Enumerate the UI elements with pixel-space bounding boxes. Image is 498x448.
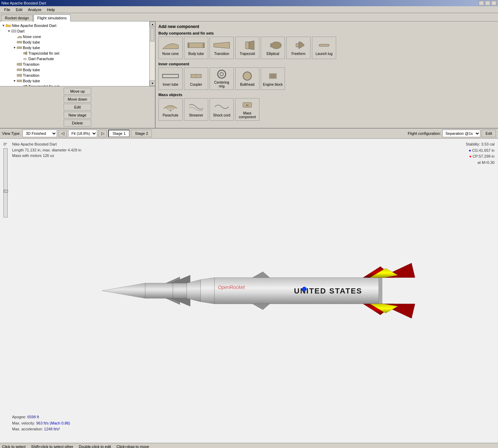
rocket-name: Nike Apache Boosted Dart (12, 141, 81, 147)
svg-rect-26 (296, 44, 299, 47)
move-up-button[interactable]: Move up (64, 88, 91, 95)
edit-button[interactable]: Edit (64, 104, 91, 111)
tree-item[interactable]: Trapezoidal fin set (1, 84, 148, 86)
accel-label: Max. acceleration: (12, 427, 43, 431)
tree-item-label: Dart Parachute (28, 57, 54, 61)
apogee-label: Apogee: (12, 415, 26, 419)
menu-edit[interactable]: Edit (13, 7, 25, 12)
comp-engine-block[interactable]: Engine block (261, 67, 285, 90)
tree-item[interactable]: ▼ Body tube (1, 45, 148, 50)
scroll-thumb[interactable] (150, 28, 154, 41)
comp-parachute[interactable]: Parachute (158, 98, 183, 121)
menu-file[interactable]: File (1, 7, 13, 12)
apogee-value: 6598 ft (27, 415, 39, 419)
tree-item[interactable]: Body tube (1, 67, 148, 73)
stability-info: Stability: 3.53 cal ● CG:41.657 in ● CP:… (466, 141, 495, 166)
flight-config-select[interactable]: Separation @1s (442, 130, 480, 137)
top-section: ▼ Nike Apache Boosted Dart▼ Dart Nose co… (0, 21, 498, 129)
menu-help[interactable]: Help (44, 7, 58, 12)
svg-line-36 (167, 109, 170, 111)
svg-line-7 (25, 59, 26, 60)
svg-line-6 (24, 59, 25, 60)
scroll-up-arrow[interactable]: ▲ (150, 21, 155, 27)
tree-item[interactable]: Nose cone (1, 34, 148, 39)
main-container: ▼ Nike Apache Boosted Dart▼ Dart Nose co… (0, 21, 498, 448)
nosecone-icon (17, 35, 22, 39)
view-canvas: 0° Nike Apache Boosted Dart Length 71.13… (0, 139, 498, 443)
tree-item-label: Dart (17, 29, 25, 33)
tree-item[interactable]: Transition (1, 62, 148, 67)
cg-value: ● CG:41.657 in (466, 148, 495, 154)
tree-item-label: Body tube (23, 68, 40, 72)
menu-analyze[interactable]: Analyze (25, 7, 44, 12)
tab-rocket-design[interactable]: Rocket design (1, 15, 33, 21)
view-type-select[interactable]: 3D Finished 3D Unfinished 2D (22, 130, 57, 137)
section-body-components: Body components and fin sets (158, 31, 495, 35)
new-stage-button[interactable]: New stage (64, 112, 91, 119)
comp-freeform[interactable]: Freeform (286, 37, 311, 59)
comp-transition[interactable]: Transition (210, 37, 234, 59)
minimize-button[interactable]: − (479, 1, 484, 6)
comp-mass-component[interactable]: M Mass component (235, 98, 259, 121)
rocket-length: Length 71.132 in, max. diameter 4.429 in (12, 147, 81, 153)
comp-shock-cord[interactable]: Shock cord (210, 98, 234, 121)
svg-text:OpenRocket: OpenRocket (218, 284, 245, 290)
section-mass-objects: Mass objects (158, 93, 495, 97)
tree-item-label: Body tube (23, 79, 40, 83)
svg-point-31 (218, 70, 225, 78)
view-btn-left[interactable]: ◁ (58, 130, 67, 137)
svg-rect-47 (379, 278, 382, 304)
comp-bulkhead[interactable]: Bulkhead (235, 67, 259, 90)
comp-elliptical[interactable]: Elliptical (261, 37, 285, 59)
angle-thumb[interactable] (4, 190, 8, 193)
velocity-value: 963 ft/s (36, 421, 49, 425)
menubar: File Edit Analyze Help (0, 6, 498, 13)
scroll-down-arrow[interactable]: ▼ (150, 81, 155, 86)
flight-config-label: Flight configuration: (408, 131, 441, 136)
tree-item[interactable]: Dart Parachute (1, 56, 148, 62)
comp-launchlug[interactable]: Launch lug (312, 37, 336, 59)
section-inner-component: Inner component (158, 62, 495, 66)
stage2-button[interactable]: Stage 2 (131, 130, 152, 137)
svg-rect-2 (17, 41, 22, 43)
transition-icon (17, 62, 22, 66)
view-btn-right[interactable]: ▷ (99, 130, 107, 137)
right-toolbar: Flight configuration: Separation @1s Edi… (408, 130, 496, 137)
tree-item[interactable]: Transition (1, 73, 148, 78)
rocket-info: Nike Apache Boosted Dart Length 71.132 i… (12, 141, 81, 159)
svg-text:M: M (246, 104, 248, 107)
cp-dot: ● (469, 154, 473, 158)
comp-coupler[interactable]: Coupler (184, 67, 208, 90)
comp-trapezoid[interactable]: Trapezoid (235, 37, 259, 59)
move-down-button[interactable]: Move down (64, 96, 91, 103)
tab-flight-simulations[interactable]: Flight simulations (34, 15, 71, 21)
comp-bodytube[interactable]: Body tube (184, 37, 208, 59)
component-panel: Add new component Body components and fi… (156, 21, 498, 128)
svg-line-38 (170, 109, 174, 111)
svg-point-20 (187, 43, 189, 48)
delete-button[interactable]: Delete (64, 120, 91, 127)
accel-value: 1248 ft/s² (44, 427, 60, 431)
flight-config-edit-button[interactable]: Edit (482, 130, 496, 137)
svg-marker-5 (26, 52, 27, 55)
maximize-button[interactable]: □ (485, 1, 490, 6)
comp-centering-ring[interactable]: Centering ring (210, 67, 234, 90)
rocket-container: OpenRocket UNITED STATES (83, 256, 415, 325)
tree-item[interactable]: Trapezoidal fin set (1, 50, 148, 56)
angle-slider[interactable] (3, 148, 8, 217)
tree-panel: ▼ Nike Apache Boosted Dart▼ Dart Nose co… (0, 21, 156, 128)
stage1-button[interactable]: Stage 1 (108, 130, 130, 137)
comp-nosecone[interactable]: Nose cone (158, 37, 183, 59)
comp-innertube[interactable]: Inner tube (158, 67, 183, 90)
fit-select[interactable]: Fit (18.8%) 25% 50% 100% (68, 130, 97, 137)
comp-streamer[interactable]: Streamer (184, 98, 208, 121)
close-button[interactable]: × (491, 1, 497, 6)
tree-item[interactable]: ▼ Dart (1, 28, 148, 34)
tree-scroll[interactable]: ▼ Nike Apache Boosted Dart▼ Dart Nose co… (0, 21, 149, 86)
tube-icon (17, 79, 22, 83)
tree-item[interactable]: ▼ Body tube (1, 78, 148, 84)
tree-item[interactable]: Body tube (1, 39, 148, 45)
tree-scrollbar[interactable]: ▲ ▼ (149, 21, 155, 86)
stability-value: Stability: 3.53 cal (466, 141, 495, 148)
tree-item[interactable]: ▼ Nike Apache Boosted Dart (1, 23, 148, 28)
